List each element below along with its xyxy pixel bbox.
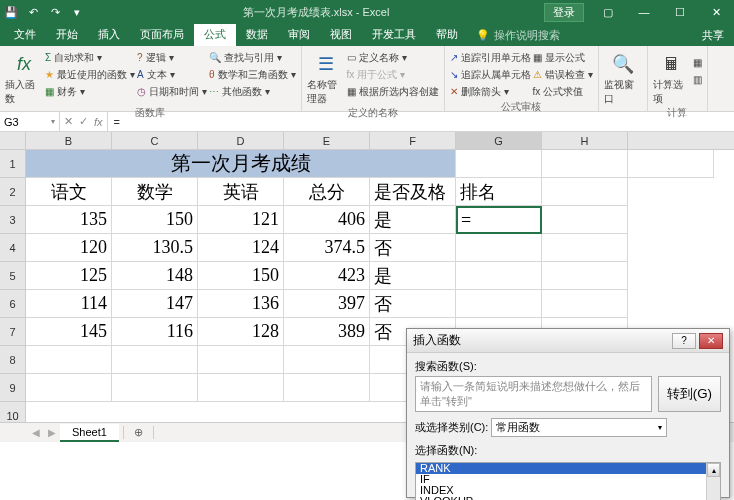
error-checking-button[interactable]: ⚠错误检查 ▾ — [533, 66, 593, 83]
cell[interactable]: 148 — [112, 262, 198, 290]
text-button[interactable]: A文本 ▾ — [137, 66, 207, 83]
enter-formula-icon[interactable]: ✓ — [79, 115, 88, 128]
create-from-selection-button[interactable]: ▦根据所选内容创建 — [347, 83, 439, 100]
function-search-input[interactable]: 请输入一条简短说明来描述您想做什么，然后单击"转到" — [415, 376, 652, 412]
cell[interactable] — [112, 346, 198, 374]
sheet-nav-prev-icon[interactable]: ◀ — [28, 427, 44, 438]
minimize-icon[interactable]: — — [626, 0, 662, 24]
row-header[interactable]: 4 — [0, 234, 25, 262]
row-header[interactable]: 3 — [0, 206, 25, 234]
cell[interactable]: 114 — [26, 290, 112, 318]
add-sheet-button[interactable]: ⊕ — [123, 426, 154, 439]
cell[interactable]: 125 — [26, 262, 112, 290]
more-functions-button[interactable]: ⋯其他函数 ▾ — [209, 83, 296, 100]
column-header[interactable]: E — [284, 132, 370, 149]
cell[interactable]: 英语 — [198, 178, 284, 206]
cell[interactable]: 124 — [198, 234, 284, 262]
cell[interactable] — [198, 374, 284, 402]
function-item[interactable]: IF — [416, 474, 720, 485]
cell[interactable]: 121 — [198, 206, 284, 234]
tell-me-search[interactable]: 💡操作说明搜索 — [468, 25, 568, 46]
cell[interactable]: 397 — [284, 290, 370, 318]
column-header[interactable]: C — [112, 132, 198, 149]
cell[interactable] — [542, 206, 628, 234]
function-item[interactable]: VLOOKUP — [416, 496, 720, 500]
column-header[interactable]: B — [26, 132, 112, 149]
cell[interactable] — [198, 346, 284, 374]
tab-page-layout[interactable]: 页面布局 — [130, 24, 194, 46]
ribbon-display-icon[interactable]: ▢ — [590, 0, 626, 24]
sheet-nav-next-icon[interactable]: ▶ — [44, 427, 60, 438]
fx-button-icon[interactable]: fx — [94, 116, 103, 128]
row-header[interactable]: 9 — [0, 374, 25, 402]
show-formulas-button[interactable]: ▦显示公式 — [533, 49, 593, 66]
cell[interactable]: 120 — [26, 234, 112, 262]
cell[interactable] — [456, 234, 542, 262]
financial-button[interactable]: ▦财务 ▾ — [45, 83, 135, 100]
dialog-help-icon[interactable]: ? — [672, 333, 696, 349]
row-header[interactable]: 2 — [0, 178, 25, 206]
cell[interactable] — [542, 234, 628, 262]
cell[interactable]: 150 — [198, 262, 284, 290]
cell[interactable] — [456, 262, 542, 290]
cell[interactable] — [542, 150, 628, 178]
cell[interactable]: 423 — [284, 262, 370, 290]
cell[interactable] — [284, 346, 370, 374]
login-button[interactable]: 登录 — [544, 3, 584, 22]
cell[interactable]: 150 — [112, 206, 198, 234]
cell[interactable]: 136 — [198, 290, 284, 318]
logical-button[interactable]: ?逻辑 ▾ — [137, 49, 207, 66]
tab-formulas[interactable]: 公式 — [194, 24, 236, 46]
dialog-titlebar[interactable]: 插入函数 ? ✕ — [407, 329, 729, 353]
tab-review[interactable]: 审阅 — [278, 24, 320, 46]
go-button[interactable]: 转到(G) — [658, 376, 721, 412]
cell[interactable]: 135 — [26, 206, 112, 234]
name-box[interactable]: G3▾ — [0, 112, 60, 131]
tab-file[interactable]: 文件 — [4, 24, 46, 46]
scrollbar[interactable]: ▴ — [706, 463, 720, 500]
cell[interactable]: 是 — [370, 206, 456, 234]
cell[interactable]: 数学 — [112, 178, 198, 206]
cell[interactable]: 排名 — [456, 178, 542, 206]
select-all-corner[interactable] — [0, 132, 25, 150]
cell[interactable]: 否 — [370, 290, 456, 318]
save-icon[interactable]: 💾 — [0, 0, 22, 24]
cell[interactable] — [542, 178, 628, 206]
close-icon[interactable]: ✕ — [698, 0, 734, 24]
function-item[interactable]: RANK — [416, 463, 720, 474]
column-header[interactable]: D — [198, 132, 284, 149]
row-header[interactable]: 8 — [0, 346, 25, 374]
cell[interactable]: 是 — [370, 262, 456, 290]
cell[interactable] — [456, 150, 542, 178]
cell[interactable] — [456, 290, 542, 318]
insert-function-button[interactable]: fx 插入函数 — [5, 48, 43, 106]
cell[interactable]: 147 — [112, 290, 198, 318]
column-header[interactable]: H — [542, 132, 628, 149]
name-manager-button[interactable]: ☰ 名称管理器 — [307, 48, 345, 106]
cell[interactable]: 总分 — [284, 178, 370, 206]
maximize-icon[interactable]: ☐ — [662, 0, 698, 24]
tab-developer[interactable]: 开发工具 — [362, 24, 426, 46]
trace-precedents-button[interactable]: ↗追踪引用单元格 — [450, 49, 531, 66]
cancel-formula-icon[interactable]: ✕ — [64, 115, 73, 128]
dialog-close-icon[interactable]: ✕ — [699, 333, 723, 349]
calc-sheet-icon[interactable]: ▥ — [693, 71, 702, 88]
cell[interactable]: 145 — [26, 318, 112, 346]
evaluate-formula-button[interactable]: fx公式求值 — [533, 83, 593, 100]
recent-button[interactable]: ★最近使用的函数 ▾ — [45, 66, 135, 83]
row-header[interactable]: 1 — [0, 150, 25, 178]
remove-arrows-button[interactable]: ✕删除箭头 ▾ — [450, 83, 531, 100]
cell[interactable]: 389 — [284, 318, 370, 346]
undo-icon[interactable]: ↶ — [22, 0, 44, 24]
use-in-formula-button[interactable]: fx用于公式 ▾ — [347, 66, 439, 83]
cell[interactable]: 是否及格 — [370, 178, 456, 206]
autosum-button[interactable]: Σ自动求和 ▾ — [45, 49, 135, 66]
cell[interactable]: 374.5 — [284, 234, 370, 262]
sheet-tab[interactable]: Sheet1 — [60, 424, 119, 442]
cell[interactable]: 116 — [112, 318, 198, 346]
redo-icon[interactable]: ↷ — [44, 0, 66, 24]
column-header[interactable]: G — [456, 132, 542, 149]
cell[interactable] — [112, 374, 198, 402]
column-header[interactable]: F — [370, 132, 456, 149]
cell[interactable] — [628, 150, 714, 178]
